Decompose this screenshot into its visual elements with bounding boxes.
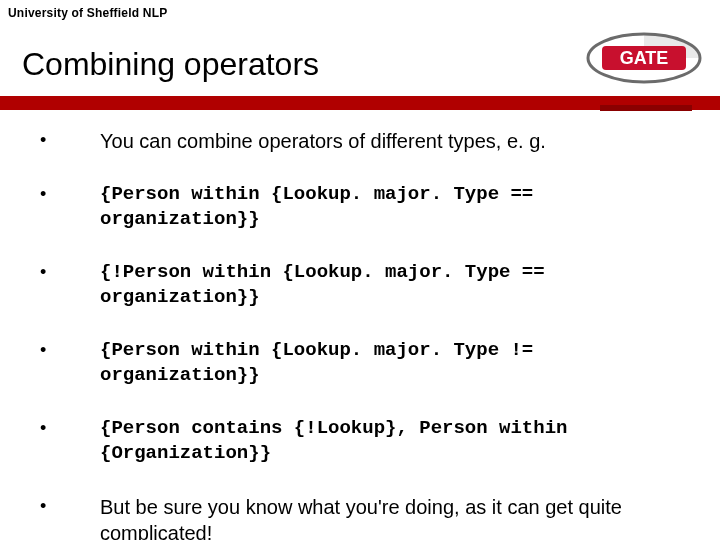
list-item: • {Person contains {!Lookup}, Person wit… [30, 416, 690, 466]
gate-logo: GATE [584, 28, 704, 88]
bullet-code: {Person contains {!Lookup}, Person withi… [100, 416, 690, 466]
list-item: • {!Person within {Lookup. major. Type =… [30, 260, 690, 310]
bullet-code: {!Person within {Lookup. major. Type == … [100, 260, 690, 310]
list-item: • You can combine operators of different… [30, 128, 690, 154]
bullet-icon: • [30, 416, 100, 440]
bullet-code: {Person within {Lookup. major. Type != o… [100, 338, 690, 388]
list-item: • {Person within {Lookup. major. Type ==… [30, 182, 690, 232]
bullet-text: You can combine operators of different t… [100, 128, 690, 154]
bullet-code: {Person within {Lookup. major. Type == o… [100, 182, 690, 232]
bullet-icon: • [30, 182, 100, 206]
affiliation-label: University of Sheffield NLP [8, 6, 167, 20]
list-item: • But be sure you know what you're doing… [30, 494, 690, 540]
logo-text: GATE [620, 48, 669, 68]
bullet-icon: • [30, 260, 100, 284]
bullet-icon: • [30, 128, 100, 152]
title-underline-accent [600, 105, 692, 111]
slide: University of Sheffield NLP GATE Combini… [0, 0, 720, 540]
bullet-list: • You can combine operators of different… [30, 128, 690, 540]
bullet-text: But be sure you know what you're doing, … [100, 494, 690, 540]
bullet-icon: • [30, 494, 100, 518]
bullet-icon: • [30, 338, 100, 362]
slide-title: Combining operators [22, 46, 319, 83]
list-item: • {Person within {Lookup. major. Type !=… [30, 338, 690, 388]
